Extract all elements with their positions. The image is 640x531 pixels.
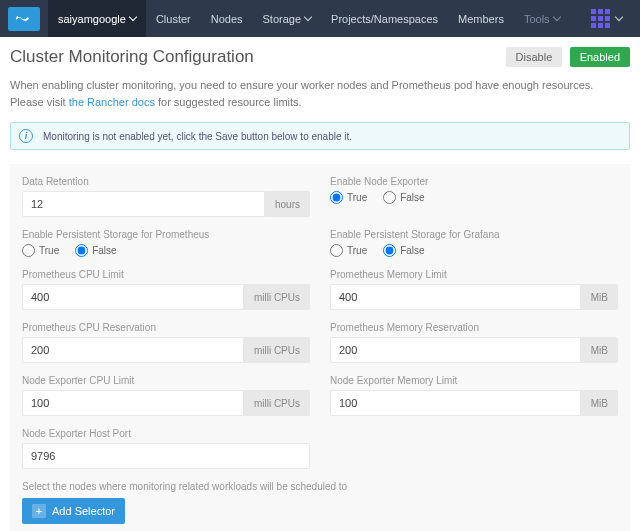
banner-text: Monitoring is not enabled yet, click the… xyxy=(43,131,352,142)
storage-prom-true[interactable]: True xyxy=(22,244,59,257)
disable-button[interactable]: Disable xyxy=(506,47,563,67)
form-panel: Data Retention hours Enable Node Exporte… xyxy=(10,164,630,531)
storage-grafana-label: Enable Persistent Storage for Grafana xyxy=(330,229,618,240)
enabled-button[interactable]: Enabled xyxy=(570,47,630,67)
prom-mem-limit-input[interactable] xyxy=(330,284,581,310)
mib-unit: MiB xyxy=(581,284,618,310)
ne-host-port-input[interactable] xyxy=(22,443,310,469)
ne-cpu-limit-label: Node Exporter CPU Limit xyxy=(22,375,310,386)
page-content: Cluster Monitoring Configuration Disable… xyxy=(0,37,640,531)
mib-unit: MiB xyxy=(581,337,618,363)
prom-mem-limit-label: Prometheus Memory Limit xyxy=(330,269,618,280)
top-navbar: saiyamgoogle Cluster Nodes Storage Proje… xyxy=(0,0,640,37)
apps-menu[interactable] xyxy=(578,0,632,37)
add-selector-button[interactable]: + Add Selector xyxy=(22,498,125,524)
description-text: When enabling cluster monitoring, you ne… xyxy=(10,77,630,110)
nav-storage[interactable]: Storage xyxy=(253,0,322,37)
status-actions: Disable Enabled xyxy=(506,47,630,67)
storage-grafana-true[interactable]: True xyxy=(330,244,367,257)
nav-members[interactable]: Members xyxy=(448,0,514,37)
svg-point-0 xyxy=(16,16,18,18)
prom-cpu-res-label: Prometheus CPU Reservation xyxy=(22,322,310,333)
info-icon: i xyxy=(19,129,33,143)
mcpu-unit: milli CPUs xyxy=(244,390,310,416)
storage-prom-label: Enable Persistent Storage for Prometheus xyxy=(22,229,310,240)
ne-host-port-label: Node Exporter Host Port xyxy=(22,428,310,439)
mib-unit: MiB xyxy=(581,390,618,416)
data-retention-label: Data Retention xyxy=(22,176,310,187)
prom-cpu-res-input[interactable] xyxy=(22,337,244,363)
prom-mem-res-input[interactable] xyxy=(330,337,581,363)
enable-node-exporter-label: Enable Node Exporter xyxy=(330,176,618,187)
nav-tools[interactable]: Tools xyxy=(514,0,570,37)
prom-cpu-limit-input[interactable] xyxy=(22,284,244,310)
cluster-selector[interactable]: saiyamgoogle xyxy=(48,0,146,37)
prom-mem-res-label: Prometheus Memory Reservation xyxy=(330,322,618,333)
docs-link[interactable]: the Rancher docs xyxy=(69,96,155,108)
node-exporter-true[interactable]: True xyxy=(330,191,367,204)
chevron-down-icon xyxy=(615,12,623,20)
chevron-down-icon xyxy=(304,12,312,20)
nav-projects[interactable]: Projects/Namespaces xyxy=(321,0,448,37)
apps-grid-icon xyxy=(588,9,612,29)
info-banner: i Monitoring is not enabled yet, click t… xyxy=(10,122,630,150)
data-retention-input[interactable] xyxy=(22,191,265,217)
rancher-logo[interactable] xyxy=(8,7,40,31)
ne-mem-limit-label: Node Exporter Memory Limit xyxy=(330,375,618,386)
page-title: Cluster Monitoring Configuration xyxy=(10,47,254,67)
ne-cpu-limit-input[interactable] xyxy=(22,390,244,416)
ne-mem-limit-input[interactable] xyxy=(330,390,581,416)
chevron-down-icon xyxy=(129,12,137,20)
chevron-down-icon xyxy=(552,12,560,20)
prom-cpu-limit-label: Prometheus CPU Limit xyxy=(22,269,310,280)
selector-description: Select the nodes where monitoring relate… xyxy=(22,481,618,492)
storage-grafana-false[interactable]: False xyxy=(383,244,424,257)
storage-prom-false[interactable]: False xyxy=(75,244,116,257)
mcpu-unit: milli CPUs xyxy=(244,337,310,363)
plus-icon: + xyxy=(32,504,46,518)
nav-nodes[interactable]: Nodes xyxy=(201,0,253,37)
node-exporter-false[interactable]: False xyxy=(383,191,424,204)
nav-cluster[interactable]: Cluster xyxy=(146,0,201,37)
mcpu-unit: milli CPUs xyxy=(244,284,310,310)
hours-unit: hours xyxy=(265,191,310,217)
